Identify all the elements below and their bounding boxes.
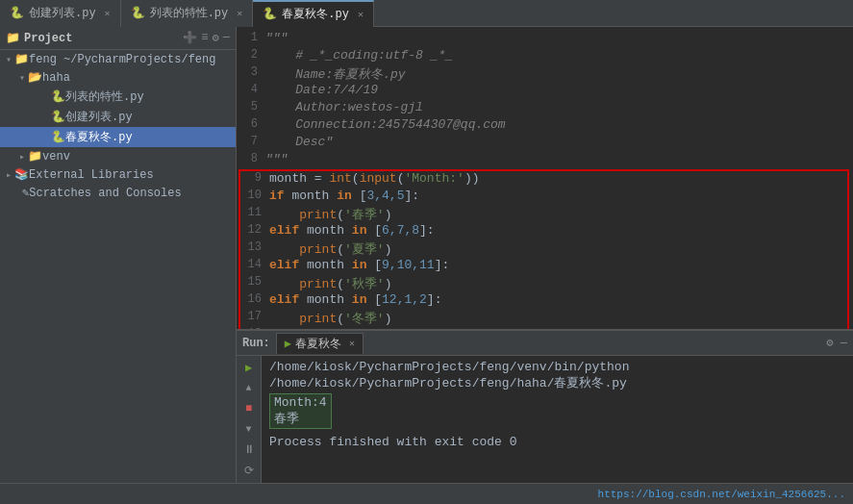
tab-properties-close[interactable]: ✕ [237, 8, 242, 19]
editor-area: 1 """ 2 # _*_coding:utf-8 _*_ 3 Name:春夏秋… [237, 27, 853, 483]
code-line-13: 13 print('夏季') [240, 240, 847, 258]
arrow-feng: ▾ [6, 54, 12, 65]
folder-icon-feng: 📁 [14, 52, 29, 66]
tree-label-extlib: External Libraries [29, 168, 154, 182]
status-bar-link[interactable]: https://blog.csdn.net/weixin_4256625... [598, 489, 845, 500]
code-line-17: 17 print('冬季') [240, 310, 847, 327]
tree-label-feng: feng ~/PycharmProjects/feng [29, 53, 215, 66]
arrow-venv: ▸ [19, 151, 25, 163]
sidebar-header: 📁 Project ➕ ≡ ⚙ — [0, 27, 236, 50]
run-down-button[interactable]: ▼ [239, 421, 259, 438]
tab-properties[interactable]: 🐍 列表的特性.py ✕ [121, 0, 254, 27]
folder-icon-haha: 📂 [28, 70, 42, 85]
add-icon[interactable]: ➕ [183, 31, 197, 45]
run-command-line: /home/kiosk/PycharmProjects/feng/venv/bi… [269, 360, 845, 391]
tab-seasons-label: 春夏秋冬.py [282, 6, 349, 22]
tree-item-create[interactable]: 🐍 创建列表.py [0, 107, 236, 127]
tree-item-venv[interactable]: ▸ 📁 venv [0, 147, 236, 165]
run-process-done: Process finished with exit code 0 [269, 435, 845, 449]
py-file-icon-seasons: 🐍 [51, 130, 65, 144]
run-output: /home/kiosk/PycharmProjects/feng/venv/bi… [262, 356, 853, 483]
tree-label-seasons: 春夏秋冬.py [65, 129, 133, 145]
code-line-16: 16 elif month in [12,1,2]: [240, 292, 847, 310]
code-line-9: 9 month = int(input('Month:')) [240, 171, 847, 189]
gear-icon[interactable]: ⚙ [213, 31, 219, 45]
code-line-15: 15 print('秋季') [240, 275, 847, 292]
run-output-block: Month:4 春季 [269, 393, 845, 429]
tree-label-haha: haha [42, 71, 70, 85]
run-output-line: 春季 [274, 412, 299, 426]
code-line-12: 12 elif month in [6,7,8]: [240, 223, 847, 240]
arrow-extlib: ▸ [6, 169, 12, 181]
run-play-button[interactable]: ▶ [239, 360, 259, 376]
run-settings-icon[interactable]: ⚙ — [826, 336, 847, 350]
run-step-button[interactable]: ⟳ [239, 463, 259, 479]
tree-label-scratches: Scratches and Consoles [29, 187, 181, 200]
sync-icon[interactable]: ≡ [201, 31, 208, 45]
code-line-8: 8 """ [237, 152, 853, 169]
tree-item-extlib[interactable]: ▸ 📚 External Libraries [0, 165, 236, 184]
run-stop-button[interactable]: ■ [239, 401, 259, 417]
sidebar: 📁 Project ➕ ≡ ⚙ — ▾ 📁 feng ~/PycharmProj… [0, 27, 237, 483]
code-line-4: 4 Date:7/4/19 [237, 83, 853, 100]
code-line-10: 10 if month in [3,4,5]: [240, 189, 847, 206]
main-area: 📁 Project ➕ ≡ ⚙ — ▾ 📁 feng ~/PycharmProj… [0, 27, 853, 483]
run-body: ▶ ▲ ■ ▼ ⏸ ⟳ /home/kiosk/PycharmProjects/… [237, 356, 853, 483]
py-icon2: 🐍 [131, 6, 145, 20]
sidebar-actions: ➕ ≡ ⚙ — [183, 31, 230, 45]
extlib-icon: 📚 [14, 167, 29, 182]
project-icon: 📁 [6, 31, 20, 45]
code-line-14: 14 elif month in [9,10,11]: [240, 258, 847, 275]
run-label: Run: [242, 337, 270, 350]
run-tab-icon: ▶ [285, 337, 291, 351]
code-line-2: 2 # _*_coding:utf-8 _*_ [237, 48, 853, 65]
tab-create[interactable]: 🐍 创建列表.py ✕ [0, 0, 121, 27]
tab-bar: 🐍 创建列表.py ✕ 🐍 列表的特性.py ✕ 🐍 春夏秋冬.py ✕ [0, 0, 853, 27]
run-panel: Run: ▶ 春夏秋冬 ✕ ⚙ — ▶ ▲ ■ ▼ ⏸ ⟳ /ho [237, 329, 853, 483]
py-icon3: 🐍 [263, 7, 277, 21]
py-file-icon-create: 🐍 [51, 110, 65, 124]
py-file-icon-properties: 🐍 [51, 89, 65, 104]
run-input-line: Month:4 [274, 395, 327, 410]
code-line-11: 11 print('春季') [240, 206, 847, 223]
code-line-6: 6 Connection:2457544307@qq.com [237, 117, 853, 135]
tab-properties-label: 列表的特性.py [150, 5, 229, 21]
tab-create-label: 创建列表.py [29, 5, 96, 21]
arrow-haha: ▾ [19, 72, 25, 84]
run-tab-label: 春夏秋冬 [295, 336, 341, 352]
tree-item-haha[interactable]: ▾ 📂 haha [0, 68, 236, 87]
tree-item-properties[interactable]: 🐍 列表的特性.py [0, 87, 236, 107]
minimize-icon[interactable]: — [223, 31, 230, 45]
tree-item-feng[interactable]: ▾ 📁 feng ~/PycharmProjects/feng [0, 50, 236, 68]
run-input-output-highlight: Month:4 春季 [269, 393, 332, 429]
highlighted-code-block: 9 month = int(input('Month:')) 10 if mon… [238, 169, 849, 329]
code-line-1: 1 """ [237, 31, 853, 48]
run-pause-button[interactable]: ⏸ [239, 441, 259, 458]
tree-label-venv: venv [42, 150, 70, 164]
code-line-3: 3 Name:春夏秋冬.py [237, 65, 853, 83]
tab-create-close[interactable]: ✕ [105, 8, 111, 19]
run-up-button[interactable]: ▲ [239, 380, 259, 396]
tree-item-seasons[interactable]: 🐍 春夏秋冬.py [0, 127, 236, 147]
sidebar-title: Project [24, 32, 72, 45]
code-line-7: 7 Desc" [237, 135, 853, 152]
status-bar: https://blog.csdn.net/weixin_4256625... [0, 483, 853, 504]
run-tab-close[interactable]: ✕ [349, 338, 355, 349]
scratches-icon: ✎ [22, 186, 29, 200]
run-header: Run: ▶ 春夏秋冬 ✕ ⚙ — [237, 331, 853, 356]
run-toolbar: ▶ ▲ ■ ▼ ⏸ ⟳ [237, 356, 262, 483]
folder-icon-venv: 📁 [28, 149, 42, 164]
code-editor[interactable]: 1 """ 2 # _*_coding:utf-8 _*_ 3 Name:春夏秋… [237, 27, 853, 329]
tab-seasons-close[interactable]: ✕ [358, 9, 364, 20]
tree-item-scratches[interactable]: ✎ Scratches and Consoles [0, 184, 236, 202]
run-tab-seasons[interactable]: ▶ 春夏秋冬 ✕ [276, 333, 364, 354]
code-line-5: 5 Author:westos-gjl [237, 100, 853, 117]
tree-label-create: 创建列表.py [65, 109, 133, 125]
tab-seasons[interactable]: 🐍 春夏秋冬.py ✕ [253, 0, 374, 27]
py-icon: 🐍 [10, 6, 24, 20]
tree-label-properties: 列表的特性.py [65, 88, 144, 105]
